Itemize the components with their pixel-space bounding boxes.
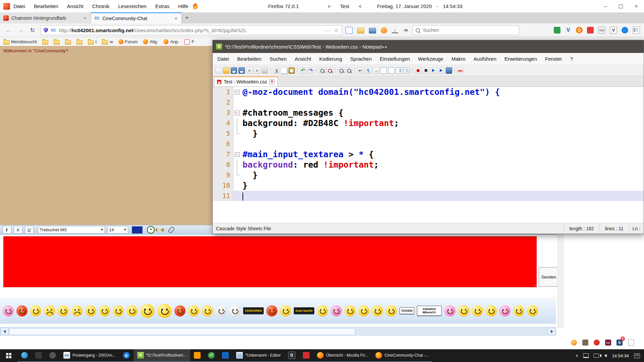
horizontal-scrollbar[interactable] (0, 327, 556, 336)
taskbar-item[interactable]: *Unbenannt - Editor (232, 349, 284, 362)
bookmark-item[interactable] (42, 39, 48, 45)
emoticon[interactable] (113, 305, 124, 316)
maximize-button[interactable] (613, 0, 629, 12)
status-icon[interactable]: Lo (604, 339, 612, 346)
extension-icon[interactable]: V (610, 26, 617, 34)
toolbar-icon[interactable] (404, 67, 410, 74)
menubar-item[interactable]: Werkzeuge (418, 56, 443, 62)
tab-chatroom-hintergrundfarbe[interactable]: Chatroom Hintergrundfarb × (0, 12, 91, 23)
extension-icon[interactable] (622, 27, 628, 34)
emoticon[interactable] (372, 305, 383, 316)
code-line[interactable]: 10} (213, 180, 644, 191)
toolbar-icon[interactable] (412, 67, 413, 73)
code-line[interactable]: 4background: #D2B48C !important; (213, 118, 644, 128)
reload-button[interactable]: ↻ (28, 27, 37, 34)
search-input[interactable] (422, 27, 516, 33)
emoticon[interactable] (527, 305, 538, 316)
toolbar-icon[interactable]: → (373, 67, 379, 74)
underline-button[interactable]: U (25, 226, 34, 234)
bookmark-item[interactable] (54, 39, 60, 45)
tray-expand-icon[interactable]: ∧ (576, 353, 579, 358)
toolbar-icon[interactable] (369, 28, 376, 34)
menubar-item[interactable]: Ansicht (67, 3, 84, 9)
url-text[interactable]: http://hc042001.smartconfig.net/cinecomc… (59, 27, 246, 33)
fold-marker-icon[interactable] (233, 108, 241, 118)
back-button[interactable]: ← (4, 27, 13, 34)
code-line[interactable]: 8background: red !important; (213, 160, 644, 170)
fold-marker-icon[interactable] (233, 87, 241, 97)
code-line[interactable]: 11 (213, 191, 644, 201)
taskbar-item[interactable] (32, 349, 46, 362)
emoticon[interactable] (44, 305, 55, 316)
emoticon[interactable] (344, 305, 356, 316)
status-icon[interactable] (627, 339, 635, 346)
clock-icon[interactable] (147, 226, 155, 234)
emoticon[interactable] (58, 305, 69, 316)
code-line[interactable]: 3#chatroom_messages { (213, 108, 644, 118)
menubar-item[interactable]: Datei (217, 56, 229, 62)
bookmark-item[interactable] (76, 39, 83, 45)
emoticon[interactable]: Attention Whore!!!! (417, 306, 442, 316)
menubar-item[interactable]: Sprachen (350, 56, 372, 62)
toolbar-icon[interactable] (438, 67, 444, 74)
taskbar-item[interactable] (17, 349, 32, 362)
taskbar-item[interactable] (218, 349, 232, 362)
new-tab-button[interactable]: + (182, 12, 192, 23)
menubar-item[interactable]: Extras (155, 3, 170, 9)
taskbar-item[interactable] (299, 349, 313, 362)
toolbar-icon[interactable]: ↶ (300, 67, 306, 74)
forward-button[interactable]: → (16, 27, 25, 34)
bookmark-star-icon[interactable]: ☆ (334, 27, 339, 34)
menubar-item[interactable]: Ansicht (294, 56, 311, 62)
toolbar-icon[interactable] (335, 67, 336, 73)
toolbar-icon[interactable]: ¶ (365, 67, 371, 74)
sound-icon[interactable] (160, 228, 164, 232)
emoticon[interactable] (358, 305, 369, 316)
bookmark-item[interactable]: Allg. (143, 39, 158, 44)
emoticon[interactable] (386, 305, 397, 316)
scroll-left-button[interactable] (0, 327, 8, 335)
bookmark-item[interactable]: Meistbesucht (3, 39, 37, 45)
toolbar-icon[interactable] (297, 67, 298, 73)
toolbar-icon[interactable] (396, 67, 402, 74)
menubar-item[interactable]: Erweiterungen (504, 56, 537, 62)
taskbar-item[interactable]: CineCommunity-Chat -... (372, 349, 432, 362)
extension-icon[interactable]: Q (576, 27, 583, 34)
extension-icon[interactable]: V (565, 27, 572, 34)
menubar-item[interactable]: Lesezeichen (118, 3, 146, 9)
url-bar[interactable]: CC http://hc042001.smartconfig.net/cinec… (40, 25, 342, 35)
attachment-icon[interactable] (168, 226, 175, 234)
fold-marker-icon[interactable] (233, 149, 241, 160)
toolbar-icon[interactable] (423, 67, 429, 74)
taskbar-item[interactable]: Posteingang - 2002An... (60, 349, 119, 362)
menubar-item[interactable]: Bearbeiten (237, 56, 262, 62)
notepad-tab[interactable]: Test - Webseiten.css × (214, 76, 278, 86)
toolbar-icon[interactable] (454, 67, 455, 73)
taskbar-item[interactable]: Übersicht - Mozilla Fir... (313, 349, 372, 362)
toolbar-icon[interactable] (388, 67, 394, 74)
toolbar-icon[interactable] (281, 67, 287, 74)
toolbar-icon[interactable] (319, 67, 325, 74)
menubar-item[interactable]: Kodierung (319, 56, 342, 62)
emoticon[interactable] (157, 304, 171, 318)
resize-handle[interactable] (534, 284, 536, 287)
menubar-item[interactable]: Hilfe (178, 3, 188, 9)
status-icon[interactable]: S 8 (616, 339, 623, 346)
volume-icon[interactable] (604, 354, 607, 357)
code-line[interactable]: 5 } (213, 128, 644, 139)
emoticon[interactable] (71, 305, 83, 316)
notification-center-icon[interactable] (634, 353, 640, 358)
taskbar-item[interactable] (190, 349, 204, 362)
network-icon[interactable] (583, 353, 589, 358)
scrollbar-thumb[interactable] (9, 328, 355, 335)
search-bar[interactable] (413, 25, 519, 35)
close-button[interactable]: × (629, 0, 644, 12)
scroll-right-button[interactable] (548, 327, 556, 335)
emoticon[interactable] (513, 305, 524, 316)
toolbar-icon[interactable] (288, 67, 295, 74)
toolbar-icon[interactable] (346, 67, 352, 74)
emoticon[interactable]: Gute Nacht! (294, 307, 314, 314)
send-button[interactable]: Senden (539, 267, 559, 287)
menubar-item[interactable]: Einstellungen (380, 56, 410, 62)
bookmark-item[interactable]: w (102, 39, 113, 45)
